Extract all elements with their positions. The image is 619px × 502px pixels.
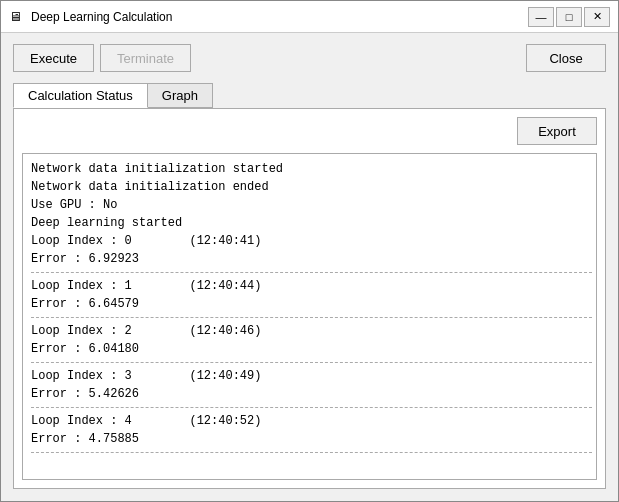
close-button[interactable]: Close	[526, 44, 606, 72]
log-line: Error : 6.64579	[31, 295, 592, 313]
log-divider	[31, 407, 592, 408]
maximize-button[interactable]: □	[556, 7, 582, 27]
log-line: Use GPU : No	[31, 196, 592, 214]
app-icon: 🖥	[9, 9, 25, 25]
minimize-button[interactable]: —	[528, 7, 554, 27]
log-divider	[31, 452, 592, 453]
title-bar-left: 🖥 Deep Learning Calculation	[9, 9, 172, 25]
log-divider	[31, 317, 592, 318]
title-bar: 🖥 Deep Learning Calculation — □ ✕	[1, 1, 618, 33]
terminate-button[interactable]: Terminate	[100, 44, 191, 72]
main-window: 🖥 Deep Learning Calculation — □ ✕ Execut…	[0, 0, 619, 502]
log-divider	[31, 362, 592, 363]
tabs-area: Calculation Status Graph	[1, 83, 618, 108]
log-line: Deep learning started	[31, 214, 592, 232]
log-output[interactable]: Network data initialization startedNetwo…	[22, 153, 597, 480]
log-line: Error : 6.92923	[31, 250, 592, 268]
log-line: Error : 6.04180	[31, 340, 592, 358]
log-line: Network data initialization started	[31, 160, 592, 178]
tab-graph[interactable]: Graph	[147, 83, 213, 108]
log-line: Loop Index : 1 (12:40:44)	[31, 277, 592, 295]
title-controls: — □ ✕	[528, 7, 610, 27]
log-line: Loop Index : 4 (12:40:52)	[31, 412, 592, 430]
export-bar: Export	[22, 117, 597, 145]
content-area: Export Network data initialization start…	[13, 108, 606, 489]
window-close-button[interactable]: ✕	[584, 7, 610, 27]
log-line: Error : 4.75885	[31, 430, 592, 448]
tab-calculation-status[interactable]: Calculation Status	[13, 83, 148, 108]
execute-button[interactable]: Execute	[13, 44, 94, 72]
toolbar: Execute Terminate Close	[1, 33, 618, 83]
export-button[interactable]: Export	[517, 117, 597, 145]
toolbar-left: Execute Terminate	[13, 44, 191, 72]
log-line: Loop Index : 3 (12:40:49)	[31, 367, 592, 385]
tab-bar: Calculation Status Graph	[13, 83, 606, 108]
log-line: Loop Index : 0 (12:40:41)	[31, 232, 592, 250]
window-title: Deep Learning Calculation	[31, 10, 172, 24]
log-line: Error : 5.42626	[31, 385, 592, 403]
log-line: Loop Index : 2 (12:40:46)	[31, 322, 592, 340]
log-divider	[31, 272, 592, 273]
log-line: Network data initialization ended	[31, 178, 592, 196]
